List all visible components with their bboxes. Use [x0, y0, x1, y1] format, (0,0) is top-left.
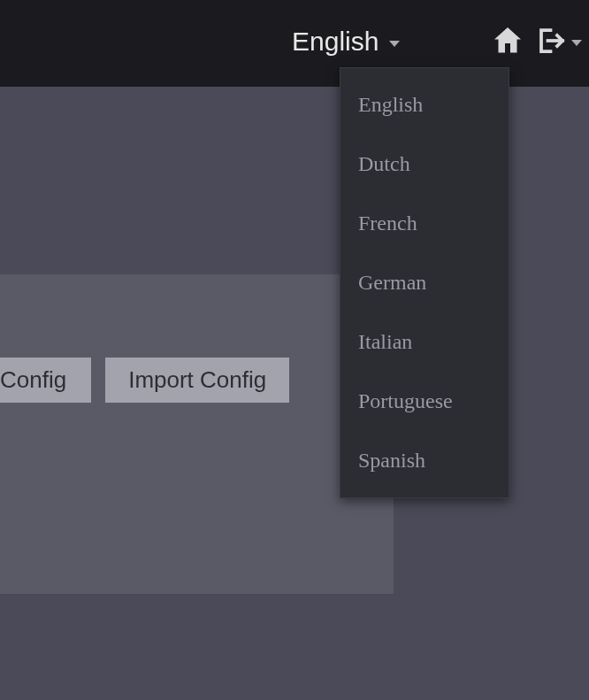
language-dropdown-menu: English Dutch French German Italian Port… [340, 67, 509, 498]
language-option-portuguese[interactable]: Portuguese [340, 372, 509, 431]
language-option-italian[interactable]: Italian [340, 312, 509, 372]
logout-icon [536, 25, 568, 57]
language-dropdown-trigger[interactable]: English [292, 27, 400, 57]
language-current-label: English [292, 27, 379, 57]
config-button-partial[interactable]: Config [0, 358, 91, 403]
logout-button[interactable] [536, 25, 582, 57]
config-panel [0, 274, 394, 594]
language-option-spanish[interactable]: Spanish [340, 431, 509, 490]
caret-down-icon [389, 41, 400, 47]
language-option-dutch[interactable]: Dutch [340, 135, 509, 194]
caret-down-icon [571, 40, 582, 46]
topbar-icon-group [492, 25, 582, 57]
config-buttons-row: Config Import Config [0, 358, 289, 403]
language-option-german[interactable]: German [340, 253, 509, 312]
language-option-english[interactable]: English [340, 75, 509, 135]
language-option-french[interactable]: French [340, 194, 509, 253]
home-icon[interactable] [492, 25, 524, 57]
import-config-button[interactable]: Import Config [105, 358, 289, 403]
